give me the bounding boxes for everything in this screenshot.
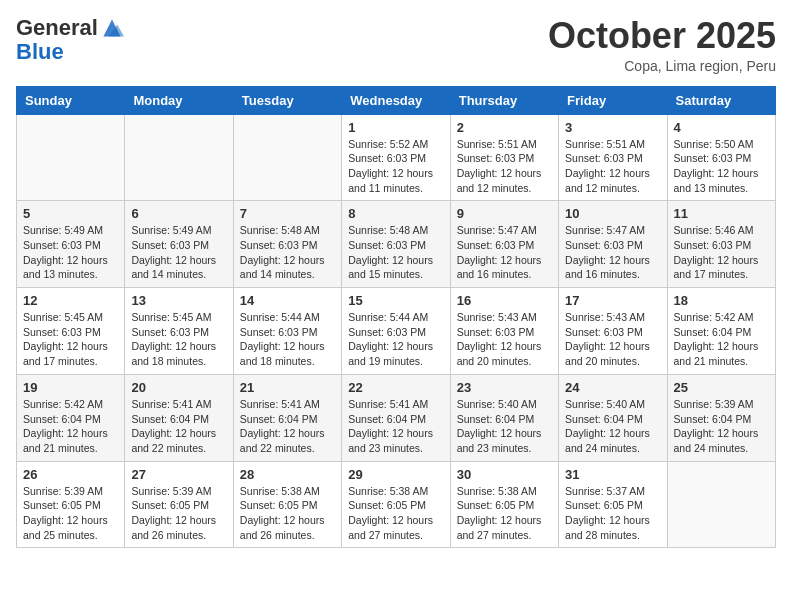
day-number: 10 [565,206,660,221]
day-of-week-header: Wednesday [342,86,450,114]
title-block: October 2025 Copa, Lima region, Peru [548,16,776,74]
calendar-cell: 26Sunrise: 5:39 AMSunset: 6:05 PMDayligh… [17,461,125,548]
cell-info: Sunrise: 5:47 AMSunset: 6:03 PMDaylight:… [565,223,660,282]
day-of-week-header: Saturday [667,86,775,114]
day-of-week-header: Sunday [17,86,125,114]
calendar-cell: 7Sunrise: 5:48 AMSunset: 6:03 PMDaylight… [233,201,341,288]
cell-info: Sunrise: 5:48 AMSunset: 6:03 PMDaylight:… [240,223,335,282]
day-number: 18 [674,293,769,308]
cell-info: Sunrise: 5:41 AMSunset: 6:04 PMDaylight:… [131,397,226,456]
day-number: 1 [348,120,443,135]
cell-info: Sunrise: 5:51 AMSunset: 6:03 PMDaylight:… [565,137,660,196]
cell-info: Sunrise: 5:42 AMSunset: 6:04 PMDaylight:… [23,397,118,456]
cell-info: Sunrise: 5:43 AMSunset: 6:03 PMDaylight:… [457,310,552,369]
cell-info: Sunrise: 5:48 AMSunset: 6:03 PMDaylight:… [348,223,443,282]
logo-blue: Blue [16,39,64,64]
calendar-cell: 21Sunrise: 5:41 AMSunset: 6:04 PMDayligh… [233,374,341,461]
day-number: 16 [457,293,552,308]
calendar-cell: 31Sunrise: 5:37 AMSunset: 6:05 PMDayligh… [559,461,667,548]
logo-icon [100,16,124,40]
cell-info: Sunrise: 5:38 AMSunset: 6:05 PMDaylight:… [348,484,443,543]
day-number: 15 [348,293,443,308]
calendar-cell: 20Sunrise: 5:41 AMSunset: 6:04 PMDayligh… [125,374,233,461]
day-number: 2 [457,120,552,135]
day-number: 6 [131,206,226,221]
calendar-cell: 2Sunrise: 5:51 AMSunset: 6:03 PMDaylight… [450,114,558,201]
calendar-cell: 1Sunrise: 5:52 AMSunset: 6:03 PMDaylight… [342,114,450,201]
calendar-cell [125,114,233,201]
day-number: 4 [674,120,769,135]
calendar-cell: 14Sunrise: 5:44 AMSunset: 6:03 PMDayligh… [233,288,341,375]
cell-info: Sunrise: 5:43 AMSunset: 6:03 PMDaylight:… [565,310,660,369]
cell-info: Sunrise: 5:39 AMSunset: 6:05 PMDaylight:… [23,484,118,543]
calendar-cell: 13Sunrise: 5:45 AMSunset: 6:03 PMDayligh… [125,288,233,375]
calendar-week-row: 26Sunrise: 5:39 AMSunset: 6:05 PMDayligh… [17,461,776,548]
day-of-week-header: Friday [559,86,667,114]
day-number: 7 [240,206,335,221]
calendar-cell: 12Sunrise: 5:45 AMSunset: 6:03 PMDayligh… [17,288,125,375]
day-number: 14 [240,293,335,308]
cell-info: Sunrise: 5:45 AMSunset: 6:03 PMDaylight:… [23,310,118,369]
calendar-cell: 29Sunrise: 5:38 AMSunset: 6:05 PMDayligh… [342,461,450,548]
calendar-week-row: 19Sunrise: 5:42 AMSunset: 6:04 PMDayligh… [17,374,776,461]
calendar-cell: 16Sunrise: 5:43 AMSunset: 6:03 PMDayligh… [450,288,558,375]
calendar-cell: 23Sunrise: 5:40 AMSunset: 6:04 PMDayligh… [450,374,558,461]
calendar-cell: 25Sunrise: 5:39 AMSunset: 6:04 PMDayligh… [667,374,775,461]
calendar-cell: 4Sunrise: 5:50 AMSunset: 6:03 PMDaylight… [667,114,775,201]
day-number: 23 [457,380,552,395]
logo: General Blue [16,16,124,64]
cell-info: Sunrise: 5:38 AMSunset: 6:05 PMDaylight:… [457,484,552,543]
cell-info: Sunrise: 5:40 AMSunset: 6:04 PMDaylight:… [457,397,552,456]
calendar-week-row: 5Sunrise: 5:49 AMSunset: 6:03 PMDaylight… [17,201,776,288]
cell-info: Sunrise: 5:44 AMSunset: 6:03 PMDaylight:… [240,310,335,369]
cell-info: Sunrise: 5:38 AMSunset: 6:05 PMDaylight:… [240,484,335,543]
cell-info: Sunrise: 5:49 AMSunset: 6:03 PMDaylight:… [23,223,118,282]
page-header: General Blue October 2025 Copa, Lima reg… [16,16,776,74]
calendar-cell: 15Sunrise: 5:44 AMSunset: 6:03 PMDayligh… [342,288,450,375]
day-number: 5 [23,206,118,221]
day-number: 9 [457,206,552,221]
cell-info: Sunrise: 5:44 AMSunset: 6:03 PMDaylight:… [348,310,443,369]
calendar-week-row: 1Sunrise: 5:52 AMSunset: 6:03 PMDaylight… [17,114,776,201]
day-number: 26 [23,467,118,482]
calendar-cell: 11Sunrise: 5:46 AMSunset: 6:03 PMDayligh… [667,201,775,288]
day-number: 3 [565,120,660,135]
calendar-cell [17,114,125,201]
calendar-cell: 6Sunrise: 5:49 AMSunset: 6:03 PMDaylight… [125,201,233,288]
cell-info: Sunrise: 5:49 AMSunset: 6:03 PMDaylight:… [131,223,226,282]
day-number: 28 [240,467,335,482]
calendar-header-row: SundayMondayTuesdayWednesdayThursdayFrid… [17,86,776,114]
calendar-cell: 18Sunrise: 5:42 AMSunset: 6:04 PMDayligh… [667,288,775,375]
day-number: 8 [348,206,443,221]
calendar-cell: 28Sunrise: 5:38 AMSunset: 6:05 PMDayligh… [233,461,341,548]
day-number: 31 [565,467,660,482]
cell-info: Sunrise: 5:40 AMSunset: 6:04 PMDaylight:… [565,397,660,456]
day-number: 21 [240,380,335,395]
cell-info: Sunrise: 5:37 AMSunset: 6:05 PMDaylight:… [565,484,660,543]
location: Copa, Lima region, Peru [548,58,776,74]
calendar-cell: 27Sunrise: 5:39 AMSunset: 6:05 PMDayligh… [125,461,233,548]
day-number: 27 [131,467,226,482]
cell-info: Sunrise: 5:46 AMSunset: 6:03 PMDaylight:… [674,223,769,282]
calendar-cell: 22Sunrise: 5:41 AMSunset: 6:04 PMDayligh… [342,374,450,461]
cell-info: Sunrise: 5:45 AMSunset: 6:03 PMDaylight:… [131,310,226,369]
day-number: 12 [23,293,118,308]
cell-info: Sunrise: 5:41 AMSunset: 6:04 PMDaylight:… [348,397,443,456]
calendar-cell: 24Sunrise: 5:40 AMSunset: 6:04 PMDayligh… [559,374,667,461]
cell-info: Sunrise: 5:50 AMSunset: 6:03 PMDaylight:… [674,137,769,196]
cell-info: Sunrise: 5:41 AMSunset: 6:04 PMDaylight:… [240,397,335,456]
cell-info: Sunrise: 5:47 AMSunset: 6:03 PMDaylight:… [457,223,552,282]
calendar-cell: 19Sunrise: 5:42 AMSunset: 6:04 PMDayligh… [17,374,125,461]
day-number: 29 [348,467,443,482]
cell-info: Sunrise: 5:52 AMSunset: 6:03 PMDaylight:… [348,137,443,196]
day-number: 17 [565,293,660,308]
day-number: 22 [348,380,443,395]
calendar-cell: 3Sunrise: 5:51 AMSunset: 6:03 PMDaylight… [559,114,667,201]
calendar-week-row: 12Sunrise: 5:45 AMSunset: 6:03 PMDayligh… [17,288,776,375]
day-number: 19 [23,380,118,395]
calendar-cell [233,114,341,201]
cell-info: Sunrise: 5:51 AMSunset: 6:03 PMDaylight:… [457,137,552,196]
calendar: SundayMondayTuesdayWednesdayThursdayFrid… [16,86,776,549]
cell-info: Sunrise: 5:39 AMSunset: 6:04 PMDaylight:… [674,397,769,456]
day-of-week-header: Tuesday [233,86,341,114]
